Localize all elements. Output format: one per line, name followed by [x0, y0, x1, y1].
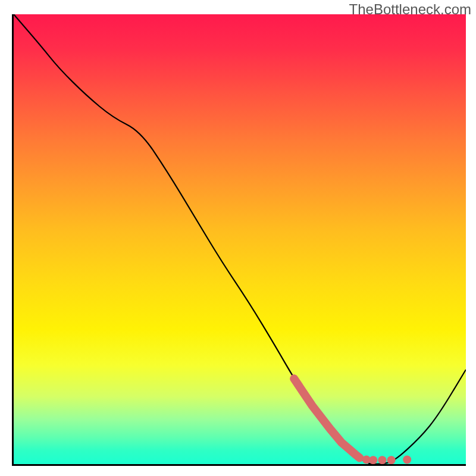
- highlight-dot: [403, 455, 411, 464]
- highlight-dot: [378, 456, 386, 464]
- highlight-dot: [369, 456, 377, 464]
- curve-line: [14, 14, 466, 464]
- chart-container: TheBottleneck.com: [0, 0, 476, 476]
- highlight-dot: [387, 456, 396, 464]
- chart-overlay: [14, 14, 466, 464]
- watermark-text: TheBottleneck.com: [349, 1, 471, 18]
- highlight-line: [294, 378, 359, 458]
- plot-area: [12, 14, 466, 466]
